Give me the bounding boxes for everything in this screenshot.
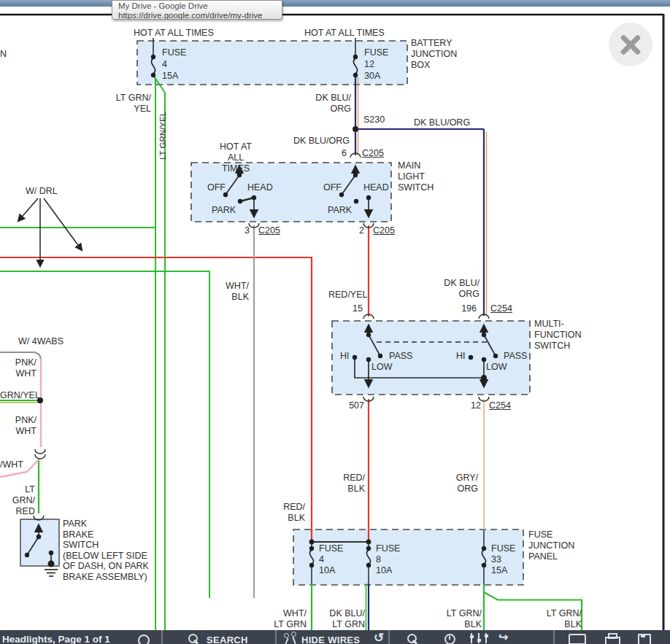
tooltip-title: My Drive - Google Drive [118,1,276,11]
viewer-toolbar: Headlights, Page 1 of 1 SEARCH HIDE WIRE… [0,630,670,644]
fuse-label: FUSE 8 10A [376,543,400,576]
pin-label-15: 15 [349,303,363,314]
adjust-sliders-icon [477,639,481,642]
wire-label-dk-blu-org: DK BLU/ORG [414,117,470,128]
wire-label-red-blk: RED/ BLK [274,502,305,524]
ground-icon [45,570,58,576]
pin-label-2: 2 [354,225,364,236]
pin-label-12: 12 [466,400,481,411]
wire-label-lt-grn-blk: LT GRN/ BLK [536,608,582,630]
fuse-label: FUSE 4 15A [162,47,186,82]
park-brake-switch-box[interactable] [20,519,59,566]
share-icon[interactable]: ↪ [498,632,508,643]
tooltip-url: https://drive.google.com/drive/my-drive [118,11,276,20]
connector-label-c205: C205 [258,225,280,236]
history-clock-icon [449,636,450,640]
pin-label-3: 3 [239,225,250,236]
wire-label-lt-grn-yel-vertical: LT GRN/YEL [158,112,167,160]
fuse-label: FUSE 33 15A [491,543,515,576]
switch-pos-off: OFF [323,182,342,193]
fuse-terminal-dots [151,55,486,567]
wire-label-red-blk: RED/ BLK [334,473,365,494]
wire-label-cut: N [0,49,7,60]
splice-label-s230: S230 [363,115,385,125]
switch-pos-off: OFF [207,182,226,193]
wiring-diagram-viewer: HOT AT ALL TIMES HOT AT ALL TIMES BATTER… [0,0,670,644]
w-drl-arrows [18,198,82,266]
park-brake-switch-label: PARK BRAKE SWITCH (BELOW LEFT SIDE OF DA… [63,519,149,582]
info-icon[interactable] [138,635,150,644]
wire-label-dk-blu-lt-grn: DK BLU/ LT GRN [320,608,365,630]
wire-label-wht: /WHT [0,459,23,470]
main-light-switch-label: MAIN LIGHT SWITCH [398,160,434,193]
switch-pos-low: LOW [371,362,392,373]
wire-label-gry-org: GRY/ ORG [447,473,478,494]
note-w-4wabs: W/ 4WABS [18,336,63,347]
wire-label-lt-grn-red: LT GRN/ RED [0,484,35,517]
fuse-junction-panel-label: FUSE JUNCTION PANEL [528,529,574,562]
connector-label-c254: C254 [490,303,512,314]
page-title: Headlights, Page 1 of 1 [2,634,110,644]
hot-at-all-times-label: HOT AT ALL TIMES [134,28,214,39]
wire-label-lt-grn-yel: LT GRN/ YEL [107,93,151,115]
hot-at-all-times-label: HOT AT ALL TIMES [304,28,385,39]
switch-pos-pass: PASS [389,351,412,362]
multi-function-switch-label: MULTI- FUNCTION SWITCH [534,319,582,352]
multi-function-switch-box[interactable] [332,321,530,395]
wire-label-red-yel: RED/YEL [328,290,368,300]
switch-pos-park: PARK [328,205,352,216]
fuse-label: FUSE 12 30A [364,47,388,82]
screen-icon[interactable] [569,634,586,644]
search-button[interactable]: SEARCH [207,635,248,644]
fuse-symbols [151,58,485,564]
hide-wires-icon[interactable] [284,633,289,638]
wire-label-wht-blk: WHT/ BLK [218,281,249,303]
connector-label-c205: C205 [362,148,384,159]
switch-pos-head: HEAD [247,182,273,193]
toolbar-separator [275,630,277,644]
hide-wires-icon [285,638,288,644]
switch-pos-hi: HI [456,351,466,362]
wire-label-wht-lt-grn: WHT/ LT GRN [261,608,307,630]
pin-label-196: 196 [456,303,477,314]
adjust-sliders-icon [485,635,488,637]
pin-label-507: 507 [344,400,364,411]
battery-junction-box-label: BATTERY JUNCTION BOX [411,38,457,71]
connector-label-c205: C205 [373,225,395,236]
switch-pos-park: PARK [212,205,236,216]
toolbar-separator [388,630,390,644]
wire-label-dk-blu-org: DK BLU/ORG [285,136,350,147]
toolbar-separator [161,630,163,644]
adjust-sliders-icon [470,635,474,638]
hide-wires-button[interactable]: HIDE WIRES [301,635,360,644]
wire-label-lt-grn-blk: LT GRN/ BLK [436,608,482,630]
print-icon [608,633,617,639]
save-icon [641,634,645,637]
switch-pos-low: LOW [486,362,507,373]
wire-dk-blu-lt-grn[interactable] [366,583,369,630]
switch-pos-pass: PASS [504,351,527,362]
hot-at-all-times-label: HOT AT ALL TIMES [213,141,258,174]
wire-label-pnk-wht: PNK/ WHT [6,415,36,437]
hide-wires-icon [291,632,296,637]
wire-label-grn-yel: GRN/YEL [0,390,40,401]
close-button[interactable] [609,23,652,66]
wire-label-dk-blu-org: DK BLU/ ORG [436,278,480,300]
connector-label-c254: C254 [489,400,511,411]
wire-label-pnk-wht: PNK/ WHT [6,357,36,379]
switch-pos-head: HEAD [363,182,389,193]
pin-label-6: 6 [332,148,347,159]
zoom-icon [412,640,417,644]
note-w-drl: W/ DRL [26,186,58,197]
fuse-label: FUSE 4 10A [319,543,343,576]
hide-wires-icon [292,637,296,644]
wire-label-dk-blu-org: DK BLU/ ORG [307,93,351,115]
search-icon [193,640,199,644]
toolbar-separator [553,630,555,644]
switch-pos-hi: HI [340,351,350,362]
link-preview-tooltip: My Drive - Google Drive https://drive.go… [112,0,282,20]
undo-icon[interactable]: ↺ [374,632,384,643]
